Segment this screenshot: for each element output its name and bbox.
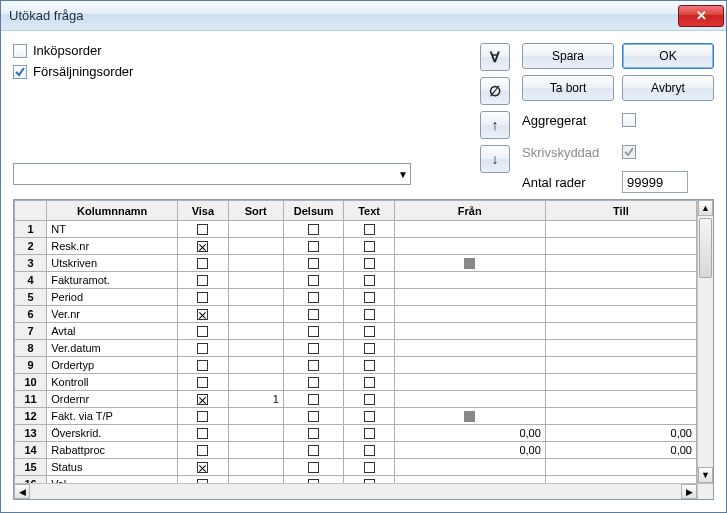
table-row[interactable]: 11Ordernr1	[15, 391, 697, 408]
cell-to[interactable]	[545, 476, 696, 484]
delsum-checkbox[interactable]	[308, 377, 319, 388]
cell-text[interactable]	[344, 442, 394, 459]
cell-text[interactable]	[344, 238, 394, 255]
text-checkbox[interactable]	[364, 360, 375, 371]
delsum-checkbox[interactable]	[308, 326, 319, 337]
header-delsum[interactable]: Delsum	[283, 201, 343, 221]
cell-from[interactable]	[394, 238, 545, 255]
header-sort[interactable]: Sort	[228, 201, 283, 221]
cell-visa[interactable]	[178, 442, 228, 459]
text-checkbox[interactable]	[364, 411, 375, 422]
scroll-up-button[interactable]: ▲	[698, 200, 713, 216]
cell-visa[interactable]	[178, 289, 228, 306]
cell-to[interactable]	[545, 306, 696, 323]
visa-checkbox[interactable]	[197, 445, 208, 456]
cell-sort[interactable]	[228, 425, 283, 442]
table-row[interactable]: 1NT	[15, 221, 697, 238]
cell-name[interactable]: Status	[47, 459, 178, 476]
table-row[interactable]: 6Ver.nr	[15, 306, 697, 323]
move-up-button[interactable]: ↑	[480, 111, 510, 139]
cell-from[interactable]	[394, 357, 545, 374]
visa-checkbox[interactable]	[197, 343, 208, 354]
cell-sort[interactable]	[228, 323, 283, 340]
cell-visa[interactable]	[178, 306, 228, 323]
cell-to[interactable]	[545, 391, 696, 408]
row-number[interactable]: 1	[15, 221, 47, 238]
row-number[interactable]: 11	[15, 391, 47, 408]
visa-checkbox[interactable]	[197, 292, 208, 303]
cell-text[interactable]	[344, 289, 394, 306]
text-checkbox[interactable]	[364, 275, 375, 286]
cell-from[interactable]	[394, 408, 545, 425]
vertical-scrollbar[interactable]: ▲ ▼	[697, 200, 713, 483]
table-row[interactable]: 10Kontroll	[15, 374, 697, 391]
cell-delsum[interactable]	[283, 391, 343, 408]
cell-text[interactable]	[344, 374, 394, 391]
row-number[interactable]: 2	[15, 238, 47, 255]
cell-to[interactable]	[545, 459, 696, 476]
text-checkbox[interactable]	[364, 224, 375, 235]
text-checkbox[interactable]	[364, 326, 375, 337]
delsum-checkbox[interactable]	[308, 360, 319, 371]
purchase-order-checkbox[interactable]	[13, 44, 27, 58]
cell-visa[interactable]	[178, 323, 228, 340]
row-number[interactable]: 14	[15, 442, 47, 459]
sales-order-checkbox[interactable]	[13, 65, 27, 79]
header-from[interactable]: Från	[394, 201, 545, 221]
cell-from[interactable]	[394, 272, 545, 289]
header-name[interactable]: Kolumnnamn	[47, 201, 178, 221]
row-number[interactable]: 10	[15, 374, 47, 391]
visa-checkbox[interactable]	[197, 241, 208, 252]
cell-text[interactable]	[344, 391, 394, 408]
cell-delsum[interactable]	[283, 272, 343, 289]
text-checkbox[interactable]	[364, 445, 375, 456]
cell-text[interactable]	[344, 272, 394, 289]
cell-sort[interactable]	[228, 442, 283, 459]
cell-sort[interactable]	[228, 289, 283, 306]
delsum-checkbox[interactable]	[308, 462, 319, 473]
cell-visa[interactable]	[178, 255, 228, 272]
cell-name[interactable]: Val	[47, 476, 178, 484]
delsum-checkbox[interactable]	[308, 258, 319, 269]
cell-from[interactable]	[394, 255, 545, 272]
header-rownum[interactable]	[15, 201, 47, 221]
ok-button[interactable]: OK	[622, 43, 714, 69]
visa-checkbox[interactable]	[197, 275, 208, 286]
cell-name[interactable]: Ordertyp	[47, 357, 178, 374]
cell-sort[interactable]	[228, 476, 283, 484]
scroll-thumb[interactable]	[699, 218, 712, 278]
query-combo[interactable]: ▼	[13, 163, 411, 185]
row-number[interactable]: 15	[15, 459, 47, 476]
cell-from[interactable]	[394, 476, 545, 484]
cell-delsum[interactable]	[283, 306, 343, 323]
cell-name[interactable]: Ver.datum	[47, 340, 178, 357]
cell-name[interactable]: Rabattproc	[47, 442, 178, 459]
row-number[interactable]: 9	[15, 357, 47, 374]
cell-name[interactable]: Period	[47, 289, 178, 306]
delsum-checkbox[interactable]	[308, 224, 319, 235]
cell-name[interactable]: Utskriven	[47, 255, 178, 272]
cell-from[interactable]: 0,00	[394, 442, 545, 459]
cell-delsum[interactable]	[283, 476, 343, 484]
row-number[interactable]: 6	[15, 306, 47, 323]
row-number[interactable]: 8	[15, 340, 47, 357]
delete-button[interactable]: Ta bort	[522, 75, 614, 101]
cell-to[interactable]: 0,00	[545, 425, 696, 442]
cell-from[interactable]	[394, 391, 545, 408]
cell-delsum[interactable]	[283, 221, 343, 238]
visa-checkbox[interactable]	[197, 462, 208, 473]
cancel-button[interactable]: Avbryt	[622, 75, 714, 101]
cell-sort[interactable]	[228, 374, 283, 391]
cell-delsum[interactable]	[283, 357, 343, 374]
scroll-down-button[interactable]: ▼	[698, 467, 713, 483]
table-row[interactable]: 12Fakt. via T/P	[15, 408, 697, 425]
cell-to[interactable]	[545, 357, 696, 374]
text-checkbox[interactable]	[364, 377, 375, 388]
cell-visa[interactable]	[178, 272, 228, 289]
cell-to[interactable]: 0,00	[545, 442, 696, 459]
cell-delsum[interactable]	[283, 442, 343, 459]
visa-checkbox[interactable]	[197, 258, 208, 269]
table-row[interactable]: 9Ordertyp	[15, 357, 697, 374]
cell-from[interactable]	[394, 306, 545, 323]
text-checkbox[interactable]	[364, 428, 375, 439]
